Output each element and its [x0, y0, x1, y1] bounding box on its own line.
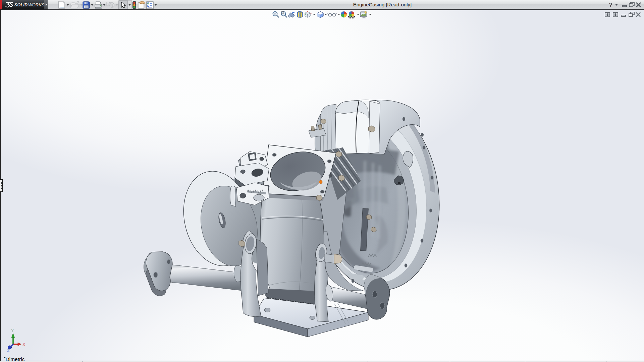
svg-text:X: X — [22, 342, 25, 347]
svg-text:SOLID: SOLID — [14, 3, 28, 7]
svg-text:WORKS: WORKS — [28, 3, 45, 7]
svg-text:Y: Y — [11, 328, 14, 333]
svg-text:?: ? — [609, 2, 612, 8]
svg-text:Z: Z — [7, 348, 9, 353]
